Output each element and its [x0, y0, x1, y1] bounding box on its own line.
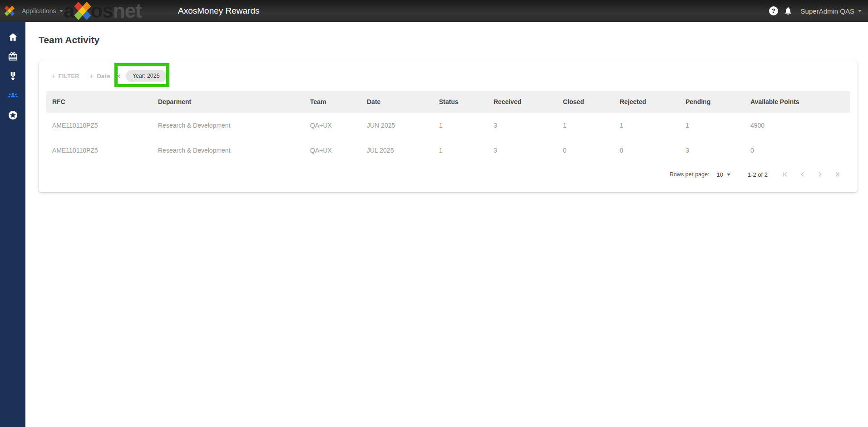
cell-closed: 0	[557, 147, 614, 154]
page-title: Team Activity	[39, 35, 99, 45]
screen: Applications a os net AxosMoney Rewards …	[0, 0, 868, 427]
topbar-right: ? SuperAdmin QAS	[769, 0, 862, 22]
column-header-status: Status	[433, 98, 488, 105]
gift-icon	[8, 51, 18, 62]
cell-available-points: 0	[745, 147, 850, 154]
caret-down-icon	[727, 174, 730, 176]
pagination-bar: Rows per page: 10 1-2 of 2	[670, 165, 841, 184]
sidebar-item-points[interactable]	[0, 105, 25, 125]
caret-down-icon	[858, 10, 862, 12]
cell-pending: 3	[680, 147, 745, 154]
cell-rejected: 0	[614, 147, 680, 154]
plus-icon: +	[89, 72, 94, 80]
year-filter-chip[interactable]: Year: 2025	[126, 70, 167, 82]
home-icon	[8, 32, 18, 42]
brand-x-icon	[73, 1, 92, 21]
column-header-rejected: Rejected	[614, 98, 680, 105]
plus-icon: +	[51, 72, 56, 80]
cell-date: JUN 2025	[361, 122, 433, 129]
table-row: AME110110PZ5 Research & Development QA+U…	[46, 113, 850, 138]
user-menu[interactable]: SuperAdmin QAS	[801, 7, 862, 15]
sidebar-item-home[interactable]	[0, 27, 25, 47]
cell-team: QA+UX	[304, 122, 361, 129]
column-header-rfc: RFC	[46, 98, 152, 105]
caret-down-icon	[59, 10, 63, 12]
column-header-available-points: Available Points	[745, 98, 850, 105]
cell-rfc: AME110110PZ5	[46, 122, 152, 129]
applications-label: Applications	[22, 7, 56, 15]
cell-rejected: 1	[614, 122, 680, 129]
pagination-range-label: 1-2 of 2	[748, 171, 768, 178]
cell-closed: 1	[557, 122, 614, 129]
medal-icon	[8, 71, 18, 81]
notifications-bell-icon[interactable]	[784, 6, 793, 15]
filter-button-label: FILTER	[59, 73, 79, 79]
cell-status: 1	[433, 122, 488, 129]
next-page-button[interactable]	[816, 170, 824, 179]
table-header-row: RFC Deparment Team Date Status Received …	[46, 91, 850, 113]
help-icon[interactable]: ?	[769, 6, 778, 15]
table-row: AME110110PZ5 Research & Development QA+U…	[46, 138, 850, 163]
filter-button[interactable]: + FILTER	[51, 72, 79, 80]
sidebar	[0, 22, 25, 427]
column-header-closed: Closed	[557, 98, 614, 105]
cell-pending: 1	[680, 122, 745, 129]
cell-available-points: 4900	[745, 122, 850, 129]
prev-page-button[interactable]	[799, 170, 807, 179]
cell-date: JUL 2025	[361, 147, 433, 154]
last-page-button[interactable]	[833, 170, 841, 179]
column-header-department: Deparment	[152, 98, 304, 105]
column-header-pending: Pending	[680, 98, 745, 105]
rows-per-page-label: Rows per page:	[670, 171, 710, 178]
axosnet-logo-icon	[4, 5, 15, 17]
cell-department: Research & Development	[152, 122, 304, 129]
rows-per-page-select[interactable]: 10	[716, 171, 730, 178]
date-filter-label: Date	[97, 73, 110, 79]
cell-rfc: AME110110PZ5	[46, 147, 152, 154]
people-group-icon	[8, 90, 18, 101]
brand-text-os: os	[90, 0, 113, 22]
chevron-right-icon	[816, 170, 824, 179]
team-activity-card: + FILTER + Date ✕ Year: 2025 RFC Deparme…	[39, 61, 858, 192]
brand-watermark: a os net	[64, 0, 142, 22]
cell-department: Research & Development	[152, 147, 304, 154]
filter-bar: + FILTER + Date ✕ Year: 2025	[39, 61, 858, 91]
topbar-left: Applications	[4, 0, 63, 22]
topbar: Applications a os net AxosMoney Rewards …	[0, 0, 868, 22]
sidebar-item-rewards[interactable]	[0, 47, 25, 66]
cell-team: QA+UX	[304, 147, 361, 154]
cell-received: 3	[488, 147, 557, 154]
first-page-button[interactable]	[781, 170, 789, 179]
clear-date-filter-icon[interactable]: ✕	[116, 73, 121, 80]
sidebar-item-badges[interactable]	[0, 66, 25, 86]
rows-per-page-value: 10	[716, 171, 723, 178]
column-header-received: Received	[488, 98, 557, 105]
chevron-left-icon	[799, 170, 807, 179]
last-page-icon	[833, 170, 841, 179]
sidebar-item-teams[interactable]	[0, 86, 25, 105]
cell-status: 1	[433, 147, 488, 154]
brand-text-net: net	[113, 0, 142, 22]
pager-buttons	[781, 170, 841, 179]
star-circle-icon	[8, 110, 18, 120]
column-header-date: Date	[361, 98, 433, 105]
first-page-icon	[781, 170, 789, 179]
user-name-label: SuperAdmin QAS	[801, 7, 854, 15]
applications-menu[interactable]: Applications	[22, 7, 63, 15]
app-title: AxosMoney Rewards	[178, 0, 260, 22]
add-date-filter-button[interactable]: + Date	[89, 72, 110, 80]
column-header-team: Team	[304, 98, 361, 105]
cell-received: 3	[488, 122, 557, 129]
